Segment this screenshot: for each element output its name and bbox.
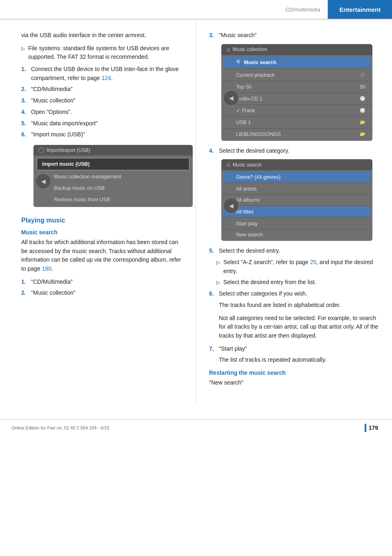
ms-title-text: Music search [233,162,262,168]
step-5: 5. "Music data import/export" [21,119,184,128]
step-1-text: Connect the USB device to the USB inter‑… [31,65,184,82]
header-entertainment-label: Entertainment [328,0,392,19]
mc-row-lieblingssongs[interactable]: LIEBLINGSSONGS 📂 [221,129,372,140]
ms-step-1-num: 1. [21,278,28,287]
import-row-restore[interactable]: Restore music from USB [33,194,193,205]
ms-row-all-albums[interactable]: All albums [221,195,372,206]
import-body: ◀ Import music (USB) Music collection ma… [33,156,193,207]
ms-row-genre[interactable]: Genre? (All genres) [223,172,371,183]
step-1: 1. Connect the USB device to the USB int… [21,65,184,82]
step-1-num: 1. [21,65,28,82]
ms-title-icon: ♫ [226,162,230,168]
ms-step-1-text: "CD/Multimedia" [31,278,73,287]
music-search-heading: Music search [21,229,184,236]
intro-text: via the USB audio interface in the cente… [21,31,184,40]
mc-title-icon: ♫ [226,47,230,53]
ms-row-start-play[interactable]: Start play [221,218,372,229]
right-step-5-num: 5. [209,247,216,256]
step-5-num: 5. [21,119,28,128]
step5-bullet2-text: Select the desired entry from the list. [223,278,316,287]
ms-titlebar: ♫ Music search [221,159,372,170]
ms-step-2: 2. "Music collection" [21,289,184,298]
mc-row-audio-cd[interactable]: Audio-CD 1 ⚪ [221,93,372,105]
footer-online-edition: Online Edition for Part no. 01 40 2 954 … [11,425,109,430]
nav-circle: ◀ [35,173,51,189]
right-step-5: 5. Select the desired entry. [209,247,381,256]
header-cd-label: CD/multimedia [278,0,328,19]
ms-step-1: 1. "CD/Multimedia" [21,278,184,287]
step-6-num: 6. [21,130,28,139]
step-4-text: Open "Options". [31,108,72,117]
page-header: CD/multimedia Entertainment [0,0,392,20]
right-step-6-num: 6. [209,289,216,298]
right-step-6-text: Select other categories if you wish. [219,289,307,298]
import-row-import-music[interactable]: Import music (USB) [37,158,189,170]
mc-row-current-playback[interactable]: Current playback ☷ [221,69,372,81]
step-4: 4. Open "Options". [21,108,184,117]
restarting-body: "New search" [209,378,381,387]
music-search-screenshot: ♫ Music search ◀ Genre? (All genres) All… [221,159,372,241]
mc-body: ◀ 🔍 Music search Current playback ☷ Top … [221,55,372,141]
import-screenshot: Import/export (USB) ◀ Import music (USB)… [33,145,193,207]
step6-body2: Not all categories need to be selected. … [219,314,381,340]
mc-row-usb1[interactable]: USB 1 📂 [221,117,372,129]
right-column: 3. "Music search" ♫ Music collection ◀ 🔍… [196,20,392,403]
step5-bullet1: ▷ Select "A-Z search", refer to page 25,… [216,258,381,276]
mc-title-text: Music collection [233,47,267,52]
step7-body: The list of tracks is repeated automatic… [219,356,381,365]
import-title: Import/export (USB) [47,147,90,153]
ms-body: ◀ Genre? (All genres) All artists All al… [221,170,372,241]
right-step-4-text: Select the desired category. [219,147,290,156]
music-search-body-text: All tracks for which additional informat… [21,239,181,272]
ms-step-2-text: "Music collection" [31,289,76,298]
right-step-4: 4. Select the desired category. [209,147,381,156]
ms-nav-circle: ◀ [223,198,239,214]
music-collection-screenshot: ♫ Music collection ◀ 🔍 Music search Curr… [221,44,372,141]
mc-row-music-search[interactable]: 🔍 Music search [223,57,371,69]
right-step-4-num: 4. [209,147,216,156]
right-step-3-num: 3. [209,31,216,40]
left-column: via the USB audio interface in the cente… [0,20,196,403]
right-step-3: 3. "Music search" [209,31,381,40]
ms-row-all-artists[interactable]: All artists [221,184,372,195]
step-5-text: "Music data import/export" [31,119,98,128]
import-row-backup[interactable]: Backup music on USB [33,182,193,194]
sub-bullet-arrow-1: ▷ [216,259,220,276]
mc-titlebar: ♫ Music collection [221,44,372,55]
step5-bullet2: ▷ Select the desired entry from the list… [216,278,381,287]
ms-row-all-titles[interactable]: All titles [223,207,371,218]
step-3-text: "Music collection" [31,96,76,105]
right-step-5-text: Select the desired entry. [219,247,280,256]
right-step-6: 6. Select other categories if you wish. [209,289,381,298]
page-link-25[interactable]: 25 [310,259,316,265]
import-titlebar: Import/export (USB) [33,145,193,156]
music-search-body: All tracks for which additional informat… [21,238,184,274]
page-link-180[interactable]: 180 [42,265,51,272]
restarting-heading: Restarting the music search [209,369,381,376]
step-2-num: 2. [21,85,28,94]
titlebar-icon [38,147,44,153]
page-footer: Online Edition for Part no. 01 40 2 954 … [0,419,392,436]
mc-row-frank[interactable]: ✓ Frank ⚪ [221,105,372,117]
bullet-arrow-icon: ▷ [21,45,25,62]
step-2-text: "CD/Multimedia" [31,85,73,94]
step-4-num: 4. [21,108,28,117]
ms-step-2-num: 2. [21,289,28,298]
right-step-7: 7. "Start play" [209,345,381,354]
right-step-7-num: 7. [209,345,216,354]
bullet-file-systems: ▷ File systems: standard file systems fo… [21,44,184,62]
step-6: 6. "Import music (USB)" [21,130,184,139]
step-6-text: "Import music (USB)" [31,130,85,139]
main-content: via the USB audio interface in the cente… [0,20,392,403]
footer-page-number: 179 [365,424,381,432]
playing-music-heading: Playing music [21,217,184,224]
page-link-124[interactable]: 124 [102,75,111,81]
step-3: 3. "Music collection" [21,96,184,105]
right-step-7-text: "Start play" [219,345,247,354]
step5-bullet1-text: Select "A-Z search", refer to page 25, a… [223,258,381,276]
import-row-collection-management[interactable]: Music collection management [33,171,193,182]
ms-row-new-search[interactable]: New search [221,229,372,240]
right-step-3-text: "Music search" [219,31,256,40]
mc-row-top50[interactable]: Top 50 50 [221,81,372,93]
step-2: 2. "CD/Multimedia" [21,85,184,94]
